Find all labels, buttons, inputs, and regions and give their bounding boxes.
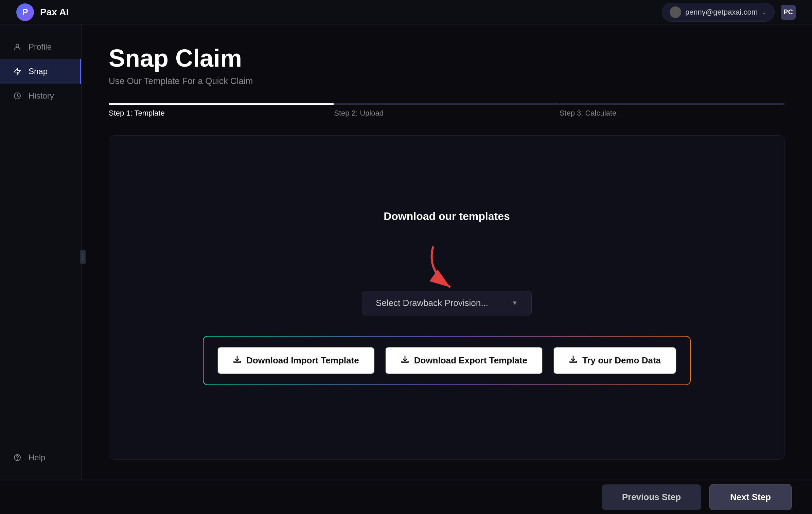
sidebar-label-help: Help <box>29 453 45 462</box>
user-email: penny@getpaxai.com <box>685 8 758 17</box>
download-import-button[interactable]: Download Import Template <box>217 347 375 374</box>
tab-bar-step1 <box>109 103 334 105</box>
page-title: Snap Claim <box>109 45 785 72</box>
resize-dot <box>82 254 84 255</box>
sidebar-item-profile[interactable]: Profile <box>0 35 81 59</box>
svg-marker-1 <box>14 68 20 75</box>
drawback-provision-dropdown[interactable]: Select Drawback Provision... ▼ <box>362 291 532 315</box>
main-card: Download our templates Select Drawback P… <box>109 135 785 460</box>
download-import-label: Download Import Template <box>246 355 359 366</box>
tab-step2[interactable]: Step 2: Upload <box>334 103 559 122</box>
topnav-right: penny@getpaxai.com ⌄ PC <box>662 3 796 22</box>
sidebar-spacer <box>0 108 81 445</box>
tab-step3[interactable]: Step 3: Calculate <box>560 103 785 122</box>
svg-point-4 <box>17 459 18 460</box>
dropdown-chevron-icon: ▼ <box>512 299 518 307</box>
svg-rect-8 <box>570 361 577 362</box>
try-demo-icon <box>569 355 578 366</box>
sidebar-item-history[interactable]: History <box>0 84 81 108</box>
user-initials-badge: PC <box>781 5 796 20</box>
svg-point-0 <box>16 44 19 47</box>
sidebar-label-snap: Snap <box>29 67 48 76</box>
step-tabs: Step 1: Template Step 2: Upload Step 3: … <box>109 103 785 122</box>
tab-label-step3: Step 3: Calculate <box>560 109 785 118</box>
svg-rect-7 <box>402 361 408 362</box>
topnav-left: P Pax AI <box>16 3 69 21</box>
user-avatar <box>670 6 681 18</box>
tab-label-step1: Step 1: Template <box>109 109 334 118</box>
card-heading: Download our templates <box>384 210 510 223</box>
app-title: Pax AI <box>40 7 69 18</box>
sidebar-label-profile: Profile <box>29 42 52 52</box>
svg-rect-6 <box>234 361 241 362</box>
dropdown-placeholder: Select Drawback Provision... <box>376 298 488 308</box>
resize-dot <box>82 259 84 260</box>
next-step-button[interactable]: Next Step <box>709 484 792 510</box>
history-icon <box>12 92 22 100</box>
tab-label-step2: Step 2: Upload <box>334 109 559 118</box>
sidebar-label-history: History <box>29 91 54 101</box>
page-subtitle: Use Our Template For a Quick Claim <box>109 76 785 86</box>
sidebar-item-snap[interactable]: Snap <box>0 59 81 84</box>
tab-step1[interactable]: Step 1: Template <box>109 103 334 122</box>
download-export-button[interactable]: Download Export Template <box>385 347 543 374</box>
try-demo-label: Try our Demo Data <box>582 355 661 366</box>
chevron-down-icon: ⌄ <box>762 8 767 16</box>
topnav: P Pax AI penny@getpaxai.com ⌄ PC <box>0 0 812 24</box>
download-import-icon <box>233 355 242 366</box>
download-export-icon <box>401 355 409 366</box>
help-icon <box>12 453 22 462</box>
previous-step-button[interactable]: Previous Step <box>602 484 701 510</box>
sidebar: Profile Snap History <box>0 24 82 480</box>
template-buttons-wrapper: Download Import Template Download Export… <box>203 336 691 385</box>
footer: Previous Step Next Step <box>0 480 812 514</box>
resize-dot <box>82 256 84 258</box>
main-layout: Profile Snap History <box>0 24 812 480</box>
arrow-icon <box>413 243 481 297</box>
tab-bar-step2 <box>334 103 559 105</box>
snap-icon <box>12 67 22 75</box>
download-export-label: Download Export Template <box>414 355 527 366</box>
tab-bar-step3 <box>560 103 785 105</box>
user-pill[interactable]: penny@getpaxai.com ⌄ <box>662 3 775 22</box>
app-logo: P <box>16 3 34 21</box>
dropdown-section: Select Drawback Provision... ▼ <box>362 243 532 315</box>
main-content: Snap Claim Use Our Template For a Quick … <box>82 24 812 480</box>
profile-icon <box>12 43 22 51</box>
resize-handle[interactable] <box>80 250 86 264</box>
try-demo-data-button[interactable]: Try our Demo Data <box>553 347 676 374</box>
sidebar-item-help[interactable]: Help <box>0 445 81 470</box>
